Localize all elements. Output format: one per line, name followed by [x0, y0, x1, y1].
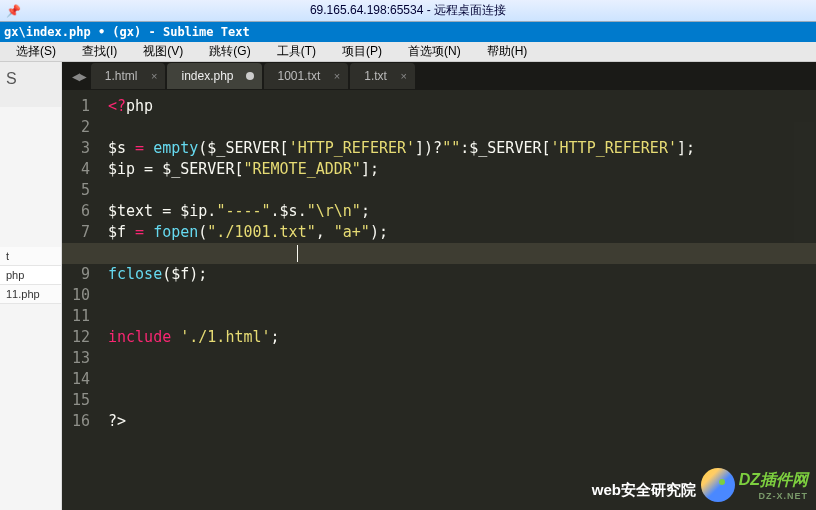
pin-icon[interactable]: 📌: [6, 4, 21, 18]
watermark-brand: DZ插件网DZ-X.NET: [701, 468, 808, 502]
watermark-text: DZ插件网: [739, 471, 808, 488]
tab-indexphp[interactable]: index.php: [167, 63, 261, 89]
menu-tools[interactable]: 工具(T): [265, 41, 328, 62]
menu-goto[interactable]: 跳转(G): [197, 41, 262, 62]
dirty-icon: [246, 72, 254, 80]
rdp-title: 69.165.64.198:65534 - 远程桌面连接: [310, 2, 506, 19]
close-icon[interactable]: ×: [151, 70, 157, 82]
sidebar-header: S: [0, 62, 61, 107]
window-title: gx\index.php • (gx) - Sublime Text: [4, 25, 250, 39]
current-line-highlight: [62, 243, 816, 264]
tab-1txt[interactable]: 1.txt×: [350, 63, 415, 89]
tab-label: index.php: [181, 69, 233, 83]
editor: ◀ ▶ 1.html× index.php 1001.txt× 1.txt× 1…: [62, 62, 816, 510]
sidebar-item[interactable]: 11.php: [0, 285, 61, 304]
line-gutter: 12345678910111213141516: [62, 90, 100, 510]
menu-find[interactable]: 查找(I): [70, 41, 129, 62]
menu-help[interactable]: 帮助(H): [475, 41, 540, 62]
close-icon[interactable]: ×: [400, 70, 406, 82]
logo-icon: [701, 468, 735, 502]
sidebar-item[interactable]: t: [0, 247, 61, 266]
close-icon[interactable]: ×: [334, 70, 340, 82]
tab-bar: ◀ ▶ 1.html× index.php 1001.txt× 1.txt×: [62, 62, 816, 90]
tab-label: 1.html: [105, 69, 138, 83]
minimap[interactable]: [794, 122, 814, 242]
menu-project[interactable]: 项目(P): [330, 41, 394, 62]
code-content[interactable]: <?php $s = empty($_SERVER['HTTP_REFERER'…: [100, 90, 816, 510]
sidebar-item[interactable]: php: [0, 266, 61, 285]
code-area[interactable]: 12345678910111213141516 <?php $s = empty…: [62, 90, 816, 510]
sidebar: S t php 11.php: [0, 62, 62, 510]
menu-preferences[interactable]: 首选项(N): [396, 41, 473, 62]
tab-label: 1.txt: [364, 69, 387, 83]
watermark-sub: DZ-X.NET: [739, 491, 808, 501]
menubar: 选择(S) 查找(I) 视图(V) 跳转(G) 工具(T) 项目(P) 首选项(…: [0, 42, 816, 62]
tab-1001txt[interactable]: 1001.txt×: [264, 63, 349, 89]
menu-select[interactable]: 选择(S): [4, 41, 68, 62]
tab-label: 1001.txt: [278, 69, 321, 83]
watermark-studio: web安全研究院: [592, 481, 696, 500]
menu-view[interactable]: 视图(V): [131, 41, 195, 62]
window-titlebar: gx\index.php • (gx) - Sublime Text: [0, 22, 816, 42]
tab-1html[interactable]: 1.html×: [91, 63, 166, 89]
tab-nav-arrows[interactable]: ◀ ▶: [66, 71, 91, 82]
rdp-titlebar: 📌 69.165.64.198:65534 - 远程桌面连接: [0, 0, 816, 22]
text-cursor: [297, 245, 298, 262]
